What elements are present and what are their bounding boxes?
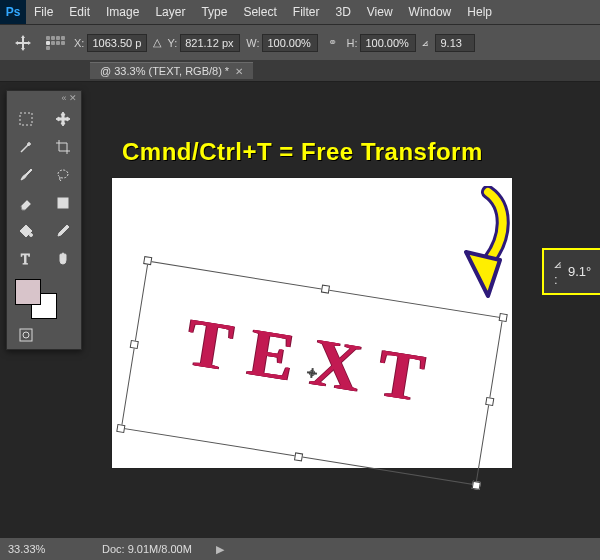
move-tool-icon[interactable]	[44, 105, 81, 133]
menu-window[interactable]: Window	[401, 5, 460, 19]
opt-w-field[interactable]	[262, 34, 318, 52]
magic-wand-tool-icon[interactable]	[7, 133, 44, 161]
status-menu-arrow-icon[interactable]: ▶	[216, 543, 224, 556]
angle-glyph-icon: ⦞ :	[554, 256, 562, 287]
options-bar: X: △ Y: W: ⚭ H: ⦞	[0, 24, 600, 60]
quick-mask-icon[interactable]	[7, 321, 44, 349]
menu-edit[interactable]: Edit	[61, 5, 98, 19]
eraser-tool-icon[interactable]	[7, 189, 44, 217]
angle-readout-value: 9.1°	[568, 264, 591, 279]
canvas-area: Cmnd/Ctrl+T = Free Transform TEXT	[92, 88, 590, 532]
menu-bar: Ps File Edit Image Layer Type Select Fil…	[0, 0, 600, 24]
menu-image[interactable]: Image	[98, 5, 147, 19]
opt-h-field[interactable]	[360, 34, 416, 52]
photoshop-app: Ps File Edit Image Layer Type Select Fil…	[0, 0, 600, 560]
tools-panel-header[interactable]: « ✕	[7, 91, 81, 105]
crop-tool-icon[interactable]	[44, 133, 81, 161]
hand-tool-icon[interactable]	[44, 245, 81, 273]
menu-type[interactable]: Type	[193, 5, 235, 19]
type-tool-icon[interactable]: T	[7, 245, 44, 273]
brush-tool-icon[interactable]	[7, 161, 44, 189]
screen-mode-icon[interactable]	[44, 321, 81, 349]
mask-mode-row	[7, 321, 81, 349]
color-swatches[interactable]	[7, 273, 81, 321]
menu-layer[interactable]: Layer	[147, 5, 193, 19]
transform-center-point[interactable]	[306, 367, 317, 378]
close-tab-icon[interactable]: ✕	[235, 66, 243, 77]
annotation-arrow-icon	[442, 186, 512, 306]
svg-point-6	[23, 332, 29, 338]
document-tab-title: @ 33.3% (TEXT, RGB/8) *	[100, 65, 229, 77]
workspace: Cmnd/Ctrl+T = Free Transform TEXT	[0, 82, 600, 538]
menu-filter[interactable]: Filter	[285, 5, 328, 19]
close-panel-icon[interactable]: ✕	[69, 93, 77, 103]
move-tool-icon[interactable]	[10, 32, 36, 54]
menu-select[interactable]: Select	[235, 5, 284, 19]
svg-point-1	[58, 170, 68, 178]
menu-3d[interactable]: 3D	[327, 5, 358, 19]
svg-text:T: T	[21, 252, 30, 267]
opt-x: X:	[74, 34, 147, 52]
app-logo: Ps	[0, 0, 26, 24]
opt-h: H:	[346, 34, 416, 52]
reference-point-grid[interactable]	[42, 32, 68, 54]
transform-handle-tr[interactable]	[499, 313, 508, 322]
eyedropper-tool-icon[interactable]	[44, 217, 81, 245]
opt-w: W:	[246, 34, 318, 52]
status-bar: 33.33% Doc: 9.01M/8.00M ▶	[0, 538, 600, 560]
svg-rect-0	[20, 113, 32, 125]
menu-file[interactable]: File	[26, 5, 61, 19]
svg-rect-5	[20, 329, 32, 341]
menu-help[interactable]: Help	[459, 5, 500, 19]
opt-angle-field[interactable]	[435, 34, 475, 52]
svg-rect-2	[58, 198, 68, 208]
transform-handle-bm[interactable]	[294, 452, 303, 461]
opt-h-label: H:	[346, 37, 357, 49]
shape-tool-icon[interactable]	[44, 189, 81, 217]
svg-point-3	[29, 234, 32, 237]
annotation-text: Cmnd/Ctrl+T = Free Transform	[122, 138, 483, 166]
transform-handle-bl[interactable]	[116, 424, 125, 433]
aspect-link-icon[interactable]: ⚭	[324, 36, 340, 49]
tools-panel[interactable]: « ✕ T	[6, 90, 82, 350]
transform-handle-tl[interactable]	[143, 256, 152, 265]
transform-handle-mr[interactable]	[485, 397, 494, 406]
document-tab[interactable]: @ 33.3% (TEXT, RGB/8) * ✕	[90, 62, 253, 79]
transform-handle-ml[interactable]	[130, 340, 139, 349]
paint-bucket-tool-icon[interactable]	[7, 217, 44, 245]
opt-y-field[interactable]	[180, 34, 240, 52]
transform-handle-br[interactable]	[472, 481, 481, 490]
transform-handle-tm[interactable]	[321, 284, 330, 293]
angle-icon: ⦞	[422, 36, 429, 49]
marquee-tool-icon[interactable]	[7, 105, 44, 133]
document-canvas[interactable]: TEXT	[112, 178, 512, 468]
foreground-color-swatch[interactable]	[15, 279, 41, 305]
tools-grid: T	[7, 105, 81, 273]
document-tabs: @ 33.3% (TEXT, RGB/8) * ✕	[0, 60, 600, 82]
status-doc-size[interactable]: Doc: 9.01M/8.00M	[102, 543, 192, 555]
status-zoom[interactable]: 33.33%	[8, 543, 78, 555]
opt-y: Y:	[167, 34, 240, 52]
opt-x-field[interactable]	[87, 34, 147, 52]
collapse-icon[interactable]: «	[61, 93, 66, 103]
angle-readout-badge: ⦞ : 9.1°	[542, 248, 600, 295]
opt-y-label: Y:	[167, 37, 177, 49]
opt-w-label: W:	[246, 37, 259, 49]
menu-view[interactable]: View	[359, 5, 401, 19]
delta-icon[interactable]: △	[153, 36, 161, 49]
lasso-tool-icon[interactable]	[44, 161, 81, 189]
opt-x-label: X:	[74, 37, 84, 49]
